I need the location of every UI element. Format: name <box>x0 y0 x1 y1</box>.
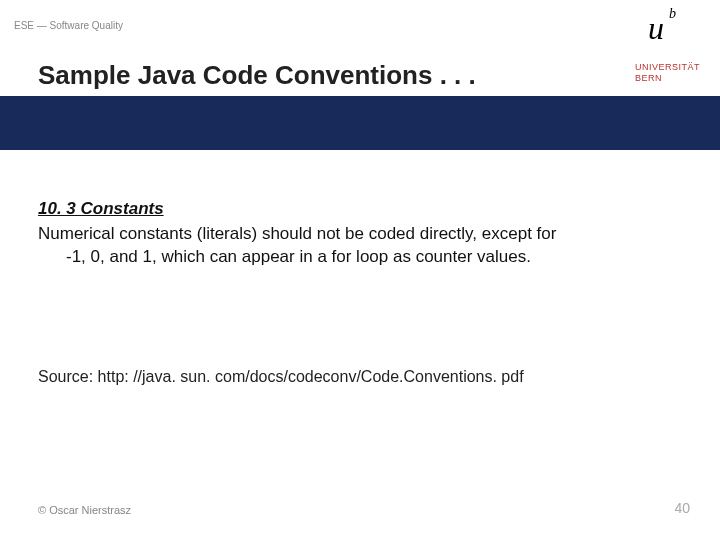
source-line: Source: http: //java. sun. com/docs/code… <box>38 368 524 386</box>
header-label: ESE — Software Quality <box>14 20 123 31</box>
body-content: 10. 3 Constants Numerical constants (lit… <box>38 198 682 269</box>
body-line-1: Numerical constants (literals) should no… <box>38 223 682 246</box>
page-title: Sample Java Code Conventions . . . <box>38 60 476 91</box>
logo-u-glyph: u <box>648 10 664 47</box>
section-heading: 10. 3 Constants <box>38 198 682 221</box>
footer-copyright: © Oscar Nierstrasz <box>38 504 131 516</box>
logo-b-glyph: b <box>669 6 676 22</box>
body-line-2: -1, 0, and 1, which can appear in a for … <box>38 246 682 269</box>
slide: ESE — Software Quality Sample Java Code … <box>0 0 720 540</box>
title-bar <box>0 96 720 150</box>
university-logo: u b <box>648 10 664 47</box>
page-number: 40 <box>674 500 690 516</box>
university-name: UNIVERSITÄT BERN <box>635 62 700 84</box>
university-name-line2: BERN <box>635 73 700 84</box>
university-name-line1: UNIVERSITÄT <box>635 62 700 73</box>
